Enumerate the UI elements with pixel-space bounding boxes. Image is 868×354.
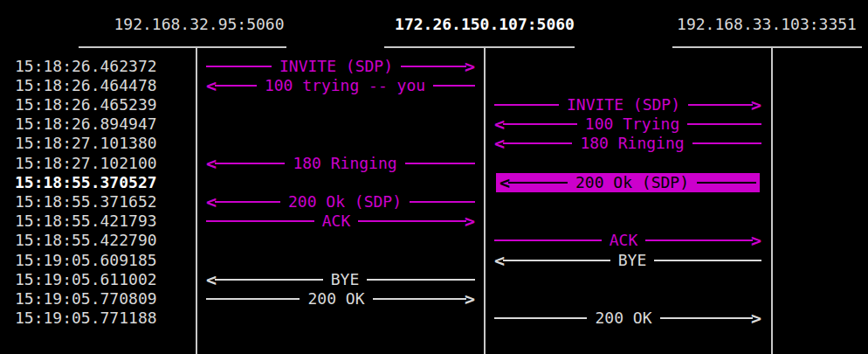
arrow-line [206, 220, 314, 222]
timestamp: 15:18:55.421793 [15, 212, 157, 231]
message-label: ACK [610, 231, 638, 250]
lifeline-center [484, 48, 486, 354]
arrow-right-icon: > [465, 212, 475, 231]
arrow-line [503, 123, 577, 125]
arrow-line [358, 220, 466, 222]
arrow-line [692, 142, 761, 144]
message-label: 200 Ok (SDP) [575, 173, 689, 192]
message-row[interactable]: <200 Ok (SDP) [496, 173, 760, 192]
message-label: INVITE (SDP) [279, 57, 393, 76]
timestamp: 15:18:27.101380 [15, 134, 157, 153]
arrow-right-icon: > [465, 57, 475, 76]
timestamp: 15:18:55.371652 [15, 192, 157, 212]
message-label: INVITE (SDP) [567, 95, 680, 115]
arrow-line [215, 201, 280, 203]
arrow-right-icon: > [751, 231, 761, 250]
arrow-line [697, 182, 756, 184]
message-row[interactable]: <180 Ringing [206, 154, 475, 173]
message-label: 180 Ringing [293, 154, 396, 173]
arrow-line [367, 279, 475, 281]
message-row[interactable]: 200 OK> [494, 309, 761, 328]
message-label: 180 Ringing [580, 134, 684, 153]
arrow-line [433, 85, 475, 87]
arrow-line [401, 66, 466, 67]
arrow-line [654, 260, 761, 261]
arrow-line [687, 123, 761, 125]
message-row[interactable]: 200 OK> [206, 289, 475, 309]
arrow-right-icon: > [465, 289, 475, 309]
timestamp: 15:19:05.609185 [15, 251, 157, 270]
message-label: 100 trying -- you [265, 76, 425, 95]
message-label: 200 Ok (SDP) [288, 192, 402, 212]
timestamp: 15:18:55.422790 [15, 231, 157, 250]
arrow-right-icon: > [751, 309, 761, 328]
arrow-line [373, 298, 466, 300]
message-label: BYE [618, 251, 647, 270]
arrow-right-icon: > [751, 95, 761, 115]
header-underline-center [384, 46, 575, 48]
timestamp: 15:19:05.771188 [15, 309, 157, 328]
message-row[interactable]: INVITE (SDP)> [494, 95, 761, 115]
timestamp: 15:18:26.462372 [15, 57, 157, 76]
arrow-line [688, 104, 753, 106]
message-row[interactable]: <100 trying -- you [206, 76, 475, 95]
arrow-line [215, 85, 257, 87]
timestamp: 15:18:26.464478 [15, 76, 157, 95]
message-row[interactable]: <BYE [494, 251, 761, 270]
message-label: 200 OK [595, 309, 651, 328]
timestamp: 15:18:27.102100 [15, 154, 157, 173]
arrow-line [503, 142, 572, 144]
arrow-line [215, 163, 285, 164]
message-label: 100 Trying [585, 115, 679, 134]
arrow-line [494, 239, 602, 241]
message-row[interactable]: ACK> [494, 231, 761, 250]
timestamp: 15:18:55.370527 [15, 173, 157, 192]
header-underline-right [672, 46, 862, 48]
timestamp: 15:18:26.894947 [15, 115, 157, 134]
arrow-line [405, 163, 475, 164]
arrow-line [206, 298, 300, 300]
timestamp: 15:18:26.465239 [15, 95, 157, 115]
header-underline-left [79, 46, 286, 48]
message-row[interactable]: <200 Ok (SDP) [206, 192, 475, 212]
message-row[interactable]: <BYE [206, 270, 475, 289]
arrow-line [494, 317, 587, 319]
arrow-line [410, 201, 475, 203]
lifeline-left [196, 48, 197, 354]
message-row[interactable]: ACK> [206, 212, 475, 231]
message-row[interactable]: <100 Trying [494, 115, 761, 134]
message-label: ACK [322, 212, 351, 231]
arrow-line [206, 66, 272, 67]
arrow-line [660, 317, 753, 319]
message-row[interactable]: <180 Ringing [494, 134, 761, 153]
arrow-line [508, 182, 568, 184]
arrow-line [215, 279, 323, 281]
message-row[interactable]: INVITE (SDP)> [206, 57, 475, 76]
voip-call-flow-diagram: 192.168.32.95:5060 172.26.150.107:5060 1… [0, 0, 868, 354]
message-label: BYE [331, 270, 360, 289]
host-address-right: 192.168.33.103:3351 [592, 15, 868, 34]
arrow-line [503, 260, 610, 261]
message-label: 200 OK [307, 289, 364, 309]
timestamp: 15:19:05.611002 [15, 270, 157, 289]
lifeline-right [771, 48, 773, 354]
arrow-line [494, 104, 559, 106]
arrow-line [645, 239, 753, 241]
timestamp: 15:19:05.770809 [15, 289, 157, 309]
